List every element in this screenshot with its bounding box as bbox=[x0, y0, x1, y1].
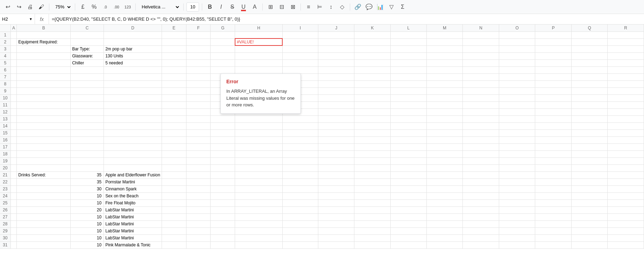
cell-A4[interactable] bbox=[10, 52, 17, 59]
cell-A27[interactable] bbox=[10, 213, 17, 220]
cell-L5[interactable] bbox=[390, 59, 426, 66]
cell-R7[interactable] bbox=[608, 73, 644, 80]
cell-D18[interactable] bbox=[104, 150, 162, 157]
cell-J11[interactable] bbox=[318, 101, 354, 108]
cell-C11[interactable] bbox=[71, 101, 104, 108]
cell-L3[interactable] bbox=[390, 45, 426, 52]
cell-A16[interactable] bbox=[10, 136, 17, 143]
cell-G2[interactable] bbox=[211, 38, 235, 45]
cell-N9[interactable] bbox=[463, 87, 499, 94]
row-number-7[interactable]: 7 bbox=[0, 73, 10, 80]
cell-D5[interactable]: 5 needed bbox=[104, 59, 162, 66]
cell-C28[interactable]: 10 bbox=[71, 220, 104, 227]
cell-J28[interactable] bbox=[318, 220, 354, 227]
cell-K13[interactable] bbox=[354, 115, 390, 122]
cell-H24[interactable] bbox=[235, 192, 282, 199]
cell-N11[interactable] bbox=[463, 101, 499, 108]
font-select[interactable]: Helvetica ... bbox=[139, 2, 181, 12]
cell-N20[interactable] bbox=[463, 164, 499, 171]
cell-G6[interactable] bbox=[211, 66, 235, 73]
cell-D22[interactable]: Pornstar Martini bbox=[104, 178, 162, 185]
cell-K21[interactable] bbox=[354, 171, 390, 178]
cell-J12[interactable] bbox=[318, 108, 354, 115]
cell-H27[interactable] bbox=[235, 213, 282, 220]
cell-H5[interactable] bbox=[235, 59, 282, 66]
cell-L23[interactable] bbox=[390, 185, 426, 192]
valign-button[interactable]: ⊨ bbox=[315, 2, 325, 12]
cell-O9[interactable] bbox=[499, 87, 535, 94]
cell-L10[interactable] bbox=[390, 94, 426, 101]
cell-H3[interactable] bbox=[235, 45, 282, 52]
cell-H13[interactable] bbox=[235, 115, 282, 122]
cell-D3[interactable]: 2m pop up bar bbox=[104, 45, 162, 52]
cell-N30[interactable] bbox=[463, 234, 499, 241]
cell-M18[interactable] bbox=[426, 150, 463, 157]
cell-L29[interactable] bbox=[390, 227, 426, 234]
cell-H26[interactable] bbox=[235, 206, 282, 213]
cell-R26[interactable] bbox=[608, 206, 644, 213]
cell-K24[interactable] bbox=[354, 192, 390, 199]
cell-I20[interactable] bbox=[282, 164, 318, 171]
row-number-16[interactable]: 16 bbox=[0, 136, 10, 143]
cell-J31[interactable] bbox=[318, 241, 354, 248]
cell-D9[interactable] bbox=[104, 87, 162, 94]
cell-Q3[interactable] bbox=[571, 45, 608, 52]
cell-Q2[interactable] bbox=[571, 38, 608, 45]
cell-M8[interactable] bbox=[426, 80, 463, 87]
cell-J17[interactable] bbox=[318, 143, 354, 150]
strikethrough-button[interactable]: S bbox=[227, 2, 237, 12]
cell-B1[interactable] bbox=[17, 31, 71, 38]
cell-C5[interactable]: Chiller bbox=[71, 59, 104, 66]
cell-E2[interactable] bbox=[162, 38, 186, 45]
cell-G20[interactable] bbox=[211, 164, 235, 171]
cell-Q9[interactable] bbox=[571, 87, 608, 94]
cell-G15[interactable] bbox=[211, 129, 235, 136]
cell-O28[interactable] bbox=[499, 220, 535, 227]
cell-C30[interactable]: 10 bbox=[71, 234, 104, 241]
cell-O4[interactable] bbox=[499, 52, 535, 59]
cell-F13[interactable] bbox=[186, 115, 211, 122]
cell-B26[interactable] bbox=[17, 206, 71, 213]
cell-A26[interactable] bbox=[10, 206, 17, 213]
cell-Q30[interactable] bbox=[571, 234, 608, 241]
cell-O12[interactable] bbox=[499, 108, 535, 115]
cell-O10[interactable] bbox=[499, 94, 535, 101]
cell-Q13[interactable] bbox=[571, 115, 608, 122]
cell-B3[interactable] bbox=[17, 45, 71, 52]
cell-F29[interactable] bbox=[186, 227, 211, 234]
cell-B15[interactable] bbox=[17, 129, 71, 136]
cell-H4[interactable] bbox=[235, 52, 282, 59]
cell-E7[interactable] bbox=[162, 73, 186, 80]
cell-E25[interactable] bbox=[162, 199, 186, 206]
cell-M7[interactable] bbox=[426, 73, 463, 80]
cell-C15[interactable] bbox=[71, 129, 104, 136]
cell-B31[interactable] bbox=[17, 241, 71, 248]
cell-D15[interactable] bbox=[104, 129, 162, 136]
cell-K25[interactable] bbox=[354, 199, 390, 206]
cell-K27[interactable] bbox=[354, 213, 390, 220]
cell-J10[interactable] bbox=[318, 94, 354, 101]
cell-N13[interactable] bbox=[463, 115, 499, 122]
cell-R5[interactable] bbox=[608, 59, 644, 66]
cell-M13[interactable] bbox=[426, 115, 463, 122]
cell-L22[interactable] bbox=[390, 178, 426, 185]
col-header-g[interactable]: G bbox=[211, 24, 235, 31]
cell-C6[interactable] bbox=[71, 66, 104, 73]
cell-B8[interactable] bbox=[17, 80, 71, 87]
cell-E29[interactable] bbox=[162, 227, 186, 234]
cell-E19[interactable] bbox=[162, 157, 186, 164]
cell-M23[interactable] bbox=[426, 185, 463, 192]
cell-D23[interactable]: Cinnamon Spark bbox=[104, 185, 162, 192]
cell-G14[interactable] bbox=[211, 122, 235, 129]
borders-button[interactable]: ⊞ bbox=[266, 2, 275, 12]
cell-P7[interactable] bbox=[535, 73, 571, 80]
paint-format-button[interactable]: 🖌 bbox=[36, 2, 46, 12]
cell-C16[interactable] bbox=[71, 136, 104, 143]
cell-L30[interactable] bbox=[390, 234, 426, 241]
cell-M21[interactable] bbox=[426, 171, 463, 178]
cell-C2[interactable] bbox=[71, 38, 104, 45]
cell-Q5[interactable] bbox=[571, 59, 608, 66]
col-header-o[interactable]: O bbox=[499, 24, 535, 31]
cell-H15[interactable] bbox=[235, 129, 282, 136]
cell-M12[interactable] bbox=[426, 108, 463, 115]
